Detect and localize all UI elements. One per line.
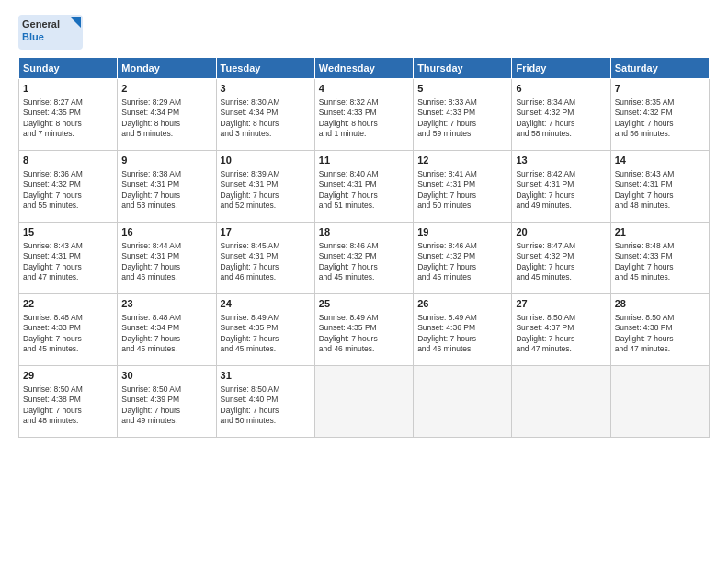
day-info: Sunrise: 8:48 AMSunset: 4:34 PMDaylight:… (121, 313, 211, 355)
day-cell-21: 21Sunrise: 8:48 AMSunset: 4:33 PMDayligh… (610, 223, 709, 294)
day-number: 31 (221, 369, 311, 383)
day-cell-13: 13Sunrise: 8:42 AMSunset: 4:31 PMDayligh… (512, 151, 610, 223)
page: General Blue SundayMondayTuesdayWednesda… (0, 0, 728, 563)
day-number: 13 (516, 154, 606, 167)
day-number: 21 (615, 225, 705, 239)
day-cell-12: 12Sunrise: 8:41 AMSunset: 4:31 PMDayligh… (414, 151, 512, 223)
calendar-table: SundayMondayTuesdayWednesdayThursdayFrid… (18, 57, 710, 438)
calendar-header-wednesday: Wednesday (314, 58, 413, 79)
day-cell-1: 1Sunrise: 8:27 AMSunset: 4:35 PMDaylight… (19, 79, 118, 151)
day-number: 23 (121, 297, 211, 311)
day-cell-30: 30Sunrise: 8:50 AMSunset: 4:39 PMDayligh… (118, 366, 216, 438)
day-number: 28 (615, 297, 705, 311)
day-info: Sunrise: 8:35 AMSunset: 4:32 PMDaylight:… (615, 98, 705, 140)
day-number: 8 (23, 154, 113, 167)
logo: General Blue (18, 15, 83, 50)
day-info: Sunrise: 8:42 AMSunset: 4:31 PMDaylight:… (516, 169, 606, 212)
calendar-header-tuesday: Tuesday (216, 58, 314, 79)
empty-cell (314, 366, 413, 438)
day-number: 9 (121, 154, 211, 167)
day-cell-20: 20Sunrise: 8:47 AMSunset: 4:32 PMDayligh… (512, 223, 610, 294)
day-info: Sunrise: 8:36 AMSunset: 4:32 PMDaylight:… (23, 169, 113, 212)
day-cell-15: 15Sunrise: 8:43 AMSunset: 4:31 PMDayligh… (19, 223, 118, 294)
day-info: Sunrise: 8:49 AMSunset: 4:35 PMDaylight:… (221, 313, 311, 355)
day-info: Sunrise: 8:48 AMSunset: 4:33 PMDaylight:… (23, 313, 113, 355)
day-number: 26 (417, 297, 507, 311)
calendar-header-row: SundayMondayTuesdayWednesdayThursdayFrid… (19, 58, 710, 79)
day-info: Sunrise: 8:39 AMSunset: 4:31 PMDaylight:… (221, 169, 311, 212)
day-info: Sunrise: 8:49 AMSunset: 4:36 PMDaylight:… (417, 313, 507, 355)
general-blue-logo: General Blue (18, 15, 83, 50)
week-row-4: 22Sunrise: 8:48 AMSunset: 4:33 PMDayligh… (19, 294, 710, 366)
empty-cell (512, 366, 610, 438)
day-cell-18: 18Sunrise: 8:46 AMSunset: 4:32 PMDayligh… (314, 223, 413, 294)
day-number: 18 (319, 225, 409, 239)
day-cell-23: 23Sunrise: 8:48 AMSunset: 4:34 PMDayligh… (118, 294, 216, 366)
day-cell-11: 11Sunrise: 8:40 AMSunset: 4:31 PMDayligh… (314, 151, 413, 223)
day-info: Sunrise: 8:45 AMSunset: 4:31 PMDaylight:… (221, 241, 311, 283)
day-cell-27: 27Sunrise: 8:50 AMSunset: 4:37 PMDayligh… (512, 294, 610, 366)
week-row-3: 15Sunrise: 8:43 AMSunset: 4:31 PMDayligh… (19, 223, 710, 294)
week-row-1: 1Sunrise: 8:27 AMSunset: 4:35 PMDaylight… (19, 79, 710, 151)
day-number: 17 (221, 225, 311, 239)
day-cell-17: 17Sunrise: 8:45 AMSunset: 4:31 PMDayligh… (216, 223, 314, 294)
day-info: Sunrise: 8:49 AMSunset: 4:35 PMDaylight:… (319, 313, 409, 355)
day-info: Sunrise: 8:40 AMSunset: 4:31 PMDaylight:… (319, 169, 409, 212)
day-info: Sunrise: 8:34 AMSunset: 4:32 PMDaylight:… (516, 98, 606, 140)
day-cell-24: 24Sunrise: 8:49 AMSunset: 4:35 PMDayligh… (216, 294, 314, 366)
day-cell-10: 10Sunrise: 8:39 AMSunset: 4:31 PMDayligh… (216, 151, 314, 223)
day-cell-19: 19Sunrise: 8:46 AMSunset: 4:32 PMDayligh… (414, 223, 512, 294)
day-cell-7: 7Sunrise: 8:35 AMSunset: 4:32 PMDaylight… (610, 79, 709, 151)
day-info: Sunrise: 8:44 AMSunset: 4:31 PMDaylight:… (121, 241, 211, 283)
day-number: 6 (516, 82, 606, 96)
day-info: Sunrise: 8:43 AMSunset: 4:31 PMDaylight:… (615, 169, 705, 212)
day-cell-26: 26Sunrise: 8:49 AMSunset: 4:36 PMDayligh… (414, 294, 512, 366)
day-cell-22: 22Sunrise: 8:48 AMSunset: 4:33 PMDayligh… (19, 294, 118, 366)
day-info: Sunrise: 8:33 AMSunset: 4:33 PMDaylight:… (417, 98, 507, 140)
week-row-2: 8Sunrise: 8:36 AMSunset: 4:32 PMDaylight… (19, 151, 710, 223)
calendar-header-friday: Friday (512, 58, 610, 79)
day-number: 1 (23, 82, 113, 96)
day-number: 30 (121, 369, 211, 383)
day-number: 16 (121, 225, 211, 239)
day-number: 20 (516, 225, 606, 239)
day-cell-8: 8Sunrise: 8:36 AMSunset: 4:32 PMDaylight… (19, 151, 118, 223)
day-cell-5: 5Sunrise: 8:33 AMSunset: 4:33 PMDaylight… (414, 79, 512, 151)
day-cell-16: 16Sunrise: 8:44 AMSunset: 4:31 PMDayligh… (118, 223, 216, 294)
day-cell-4: 4Sunrise: 8:32 AMSunset: 4:33 PMDaylight… (314, 79, 413, 151)
day-info: Sunrise: 8:41 AMSunset: 4:31 PMDaylight:… (417, 169, 507, 212)
day-cell-9: 9Sunrise: 8:38 AMSunset: 4:31 PMDaylight… (118, 151, 216, 223)
day-number: 5 (417, 82, 507, 96)
svg-text:Blue: Blue (22, 31, 44, 42)
day-number: 12 (417, 154, 507, 167)
calendar-header-saturday: Saturday (610, 58, 709, 79)
day-info: Sunrise: 8:30 AMSunset: 4:34 PMDaylight:… (221, 98, 311, 140)
svg-text:General: General (22, 18, 60, 29)
day-cell-31: 31Sunrise: 8:50 AMSunset: 4:40 PMDayligh… (216, 366, 314, 438)
week-row-5: 29Sunrise: 8:50 AMSunset: 4:38 PMDayligh… (19, 366, 710, 438)
day-cell-25: 25Sunrise: 8:49 AMSunset: 4:35 PMDayligh… (314, 294, 413, 366)
day-number: 29 (23, 369, 113, 383)
day-info: Sunrise: 8:47 AMSunset: 4:32 PMDaylight:… (516, 241, 606, 283)
empty-cell (610, 366, 709, 438)
day-cell-28: 28Sunrise: 8:50 AMSunset: 4:38 PMDayligh… (610, 294, 709, 366)
day-cell-14: 14Sunrise: 8:43 AMSunset: 4:31 PMDayligh… (610, 151, 709, 223)
day-number: 27 (516, 297, 606, 311)
day-info: Sunrise: 8:46 AMSunset: 4:32 PMDaylight:… (319, 241, 409, 283)
day-info: Sunrise: 8:38 AMSunset: 4:31 PMDaylight:… (121, 169, 211, 212)
day-number: 19 (417, 225, 507, 239)
day-info: Sunrise: 8:50 AMSunset: 4:37 PMDaylight:… (516, 313, 606, 355)
day-number: 2 (121, 82, 211, 96)
day-number: 10 (221, 154, 311, 167)
day-info: Sunrise: 8:46 AMSunset: 4:32 PMDaylight:… (417, 241, 507, 283)
day-number: 22 (23, 297, 113, 311)
day-info: Sunrise: 8:29 AMSunset: 4:34 PMDaylight:… (121, 98, 211, 140)
day-info: Sunrise: 8:50 AMSunset: 4:40 PMDaylight:… (221, 385, 311, 427)
day-info: Sunrise: 8:50 AMSunset: 4:38 PMDaylight:… (23, 385, 113, 427)
day-info: Sunrise: 8:50 AMSunset: 4:39 PMDaylight:… (121, 385, 211, 427)
day-number: 14 (615, 154, 705, 167)
day-info: Sunrise: 8:32 AMSunset: 4:33 PMDaylight:… (319, 98, 409, 140)
day-info: Sunrise: 8:43 AMSunset: 4:31 PMDaylight:… (23, 241, 113, 283)
empty-cell (414, 366, 512, 438)
calendar-header-thursday: Thursday (414, 58, 512, 79)
